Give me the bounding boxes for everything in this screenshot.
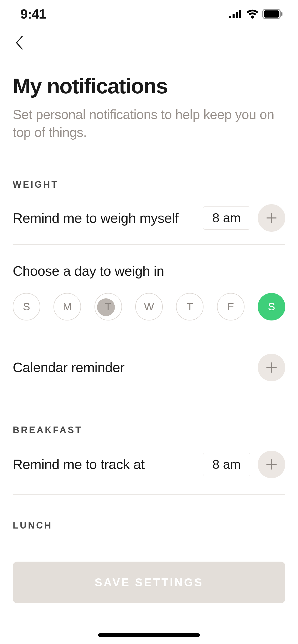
svg-rect-2 [236, 12, 238, 18]
status-bar: 9:41 [0, 0, 298, 28]
add-calendar-reminder-button[interactable] [258, 354, 285, 381]
back-button[interactable] [13, 36, 25, 51]
day-tue[interactable]: T [94, 293, 122, 320]
day-picker: S M T W T F S [13, 293, 285, 320]
add-breakfast-reminder-button[interactable] [258, 451, 285, 478]
breakfast-time-picker[interactable]: 8 am [203, 453, 250, 476]
day-sun[interactable]: S [13, 293, 40, 320]
section-label-weight: WEIGHT [13, 179, 285, 190]
row-calendar-reminder: Calendar reminder [13, 336, 285, 399]
svg-rect-1 [233, 14, 235, 18]
footer: SAVE SETTINGS [0, 562, 298, 644]
plus-icon [266, 362, 277, 373]
status-icons [229, 9, 283, 19]
battery-icon [262, 9, 283, 19]
section-label-breakfast: BREAKFAST [13, 425, 285, 435]
calendar-reminder-label: Calendar reminder [13, 358, 250, 377]
day-thu[interactable]: T [176, 293, 204, 320]
chevron-left-icon [15, 35, 23, 51]
plus-icon [266, 459, 277, 470]
breakfast-reminder-label: Remind me to track at [13, 455, 195, 474]
day-picker-label: Choose a day to weigh in [13, 261, 164, 281]
day-sat[interactable]: S [258, 293, 285, 320]
row-breakfast-reminder: Remind me to track at 8 am [13, 435, 285, 495]
svg-rect-6 [281, 12, 282, 16]
svg-rect-3 [239, 10, 241, 18]
page-subtitle: Set personal notifications to help keep … [13, 106, 285, 141]
plus-icon [266, 212, 277, 224]
svg-rect-0 [229, 16, 231, 18]
cellular-icon [229, 10, 242, 18]
save-settings-button[interactable]: SAVE SETTINGS [13, 562, 285, 603]
status-time: 9:41 [20, 6, 46, 22]
wifi-icon [246, 9, 259, 19]
day-wed[interactable]: W [135, 293, 163, 320]
page-title: My notifications [13, 74, 285, 98]
home-indicator [98, 633, 200, 637]
day-mon[interactable]: M [53, 293, 81, 320]
row-day-picker: Choose a day to weigh in S M T W T F S [13, 245, 285, 336]
section-label-lunch: LUNCH [13, 520, 285, 531]
add-weight-reminder-button[interactable] [258, 204, 285, 232]
row-weight-reminder: Remind me to weigh myself 8 am [13, 190, 285, 245]
day-fri[interactable]: F [217, 293, 245, 320]
svg-rect-5 [264, 10, 279, 18]
weight-reminder-label: Remind me to weigh myself [13, 209, 195, 228]
save-button-label: SAVE SETTINGS [95, 576, 204, 589]
weight-time-picker[interactable]: 8 am [203, 206, 250, 230]
